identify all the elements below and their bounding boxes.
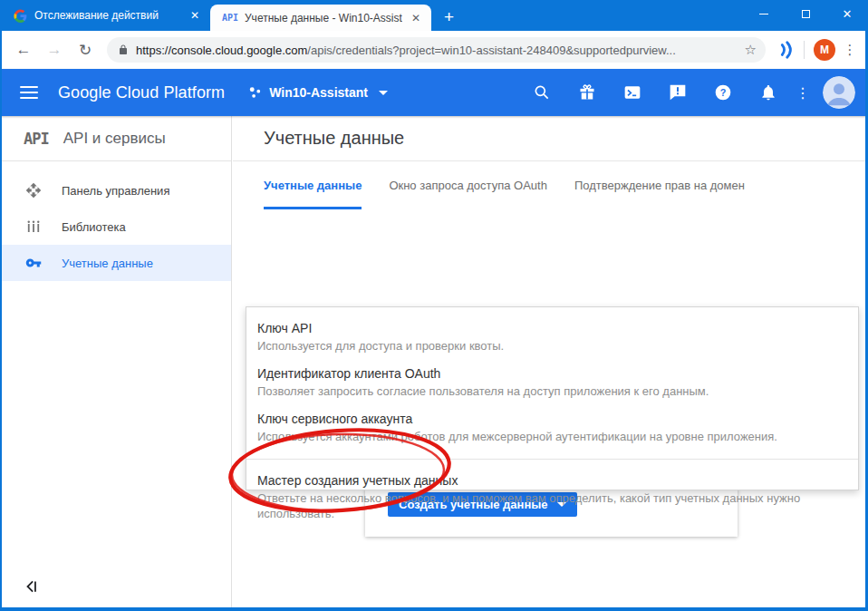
project-picker[interactable]: Win10-Assistant: [248, 85, 388, 100]
dashboard-icon: [25, 182, 42, 199]
browser-window: Отслеживание действий ✕ API Учетные данн…: [0, 0, 868, 611]
new-tab-button[interactable]: +: [444, 8, 454, 25]
library-icon: [25, 218, 42, 235]
menu-item-service-account-key[interactable]: Ключ сервисного аккаунта Используется ак…: [246, 405, 858, 451]
toolbar-divider: [804, 41, 805, 59]
gcp-header-actions: ? ⋮: [524, 74, 855, 111]
gcp-header: Google Cloud Platform Win10-Assistant: [0, 69, 868, 116]
sidebar-item-label: Библиотека: [62, 220, 126, 234]
feedback-icon[interactable]: [660, 74, 696, 111]
google-favicon-icon: [13, 8, 27, 23]
svg-text:?: ?: [720, 87, 727, 98]
menu-item-title: Мастер создания учетных данных: [257, 472, 844, 489]
menu-hamburger-icon[interactable]: [20, 86, 38, 99]
api-logo: API: [24, 130, 49, 148]
maximize-button[interactable]: [785, 0, 826, 27]
project-name: Win10-Assistant: [269, 85, 368, 100]
gift-icon[interactable]: [569, 74, 605, 111]
chevron-down-icon: [379, 91, 388, 95]
minimize-button[interactable]: [743, 0, 785, 27]
main-content: Учетные данные Учетные данные Окно запро…: [233, 116, 865, 607]
notifications-bell-icon[interactable]: [750, 74, 786, 111]
key-icon: [25, 255, 42, 271]
account-avatar[interactable]: [823, 76, 855, 109]
sidebar-header: API API и сервисы: [2, 116, 231, 161]
menu-item-api-key[interactable]: Ключ API Используется для доступа и пров…: [246, 315, 858, 360]
menu-item-title: Идентификатор клиента OAuth: [257, 365, 844, 382]
cloud-shell-icon[interactable]: [614, 74, 651, 111]
browser-tab-bar: Отслеживание действий ✕ API Учетные данн…: [0, 0, 868, 31]
api-favicon-icon: API: [223, 11, 237, 25]
bookmark-star-icon[interactable]: ☆: [745, 42, 757, 58]
content-tabs: Учетные данные Окно запроса доступа OAut…: [233, 161, 865, 209]
menu-item-oauth-client[interactable]: Идентификатор клиента OAuth Позволяет за…: [246, 360, 858, 405]
tab-credentials[interactable]: Учетные данные: [264, 161, 362, 209]
search-icon[interactable]: [524, 74, 560, 111]
menu-item-title: Ключ сервисного аккаунта: [257, 411, 844, 427]
menu-item-description: Используется аккаунтами роботов для межс…: [257, 429, 844, 444]
sidebar-item-dashboard[interactable]: Панель управления: [2, 172, 231, 209]
gcp-product-name[interactable]: Google Cloud Platform: [58, 83, 225, 102]
browser-tab-inactive[interactable]: Отслеживание действий ✕: [0, 0, 210, 31]
browser-tab-active[interactable]: API Учетные данные - Win10-Assista ✕: [210, 5, 431, 31]
address-bar[interactable]: https://console.cloud.google.com/apis/cr…: [107, 37, 766, 63]
menu-item-description: Ответьте на несколько вопросов, и мы пом…: [257, 490, 844, 521]
gcp-more-icon[interactable]: ⋮: [796, 84, 810, 102]
menu-item-description: Позволяет запросить согласие пользовател…: [257, 383, 844, 399]
create-credentials-menu: Ключ API Используется для доступа и пров…: [246, 306, 859, 490]
tab-title: Отслеживание действий: [34, 9, 181, 22]
menu-item-credentials-wizard[interactable]: Мастер создания учетных данных Ответьте …: [246, 460, 858, 528]
sidebar: API API и сервисы Панель управления Библ…: [2, 116, 232, 607]
browser-toolbar: ← → ↻ https://console.cloud.google.com/a…: [0, 31, 868, 69]
back-icon[interactable]: ←: [11, 37, 36, 63]
sidebar-item-credentials[interactable]: Учетные данные: [2, 245, 231, 281]
sidebar-item-label: Панель управления: [62, 184, 169, 198]
sidebar-item-label: Учетные данные: [62, 257, 153, 270]
browser-profile-avatar[interactable]: M: [814, 39, 835, 61]
tab-oauth-consent[interactable]: Окно запроса доступа OAuth: [389, 161, 547, 209]
tab-title: Учетные данные - Win10-Assista: [245, 12, 402, 24]
tab-close-icon[interactable]: ✕: [188, 8, 201, 23]
sidebar-nav: Панель управления Библиотека Учетные дан…: [2, 172, 231, 281]
lock-icon: [118, 44, 129, 55]
sidebar-title: API и сервисы: [63, 130, 166, 148]
url-text: https://console.cloud.google.com/apis/cr…: [136, 44, 738, 57]
tab-domain-verification[interactable]: Подтверждение прав на домен: [574, 161, 745, 209]
page-title: Учетные данные: [264, 128, 404, 149]
help-icon[interactable]: ?: [705, 74, 741, 111]
close-button[interactable]: ✕: [826, 0, 868, 27]
sidebar-item-library[interactable]: Библиотека: [2, 209, 231, 245]
browser-menu-icon[interactable]: ⋮: [841, 42, 859, 58]
reload-icon[interactable]: ↻: [72, 37, 98, 63]
forward-icon[interactable]: →: [42, 37, 67, 63]
window-controls: ✕: [743, 0, 868, 27]
project-icon: [248, 86, 262, 100]
menu-item-description: Используется для доступа и проверки квот…: [257, 338, 844, 354]
url-path: /apis/credentials?project=win10-assistan…: [307, 44, 676, 57]
page-header: Учетные данные: [233, 116, 865, 161]
menu-item-title: Ключ API: [257, 320, 844, 336]
tab-close-icon[interactable]: ✕: [410, 11, 422, 25]
collapse-sidebar-icon[interactable]: [24, 578, 40, 595]
url-host: https://console.cloud.google.com: [136, 44, 307, 57]
signal-extension-icon[interactable]: [775, 40, 795, 60]
